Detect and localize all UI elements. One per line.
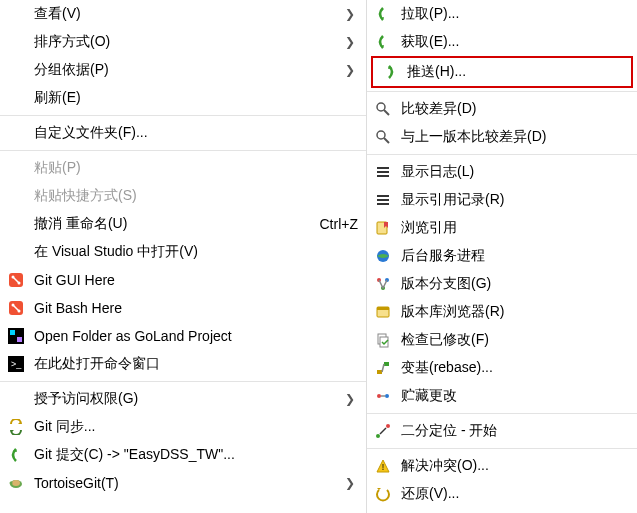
svg-rect-31 bbox=[377, 370, 382, 374]
blank-icon bbox=[6, 60, 26, 80]
menu-revert[interactable]: 还原(V)... bbox=[367, 480, 637, 508]
menu-label: 版本库浏览器(R) bbox=[401, 303, 629, 321]
menu-paste-shortcut: 粘贴快捷方式(S) bbox=[0, 182, 366, 210]
push-icon bbox=[379, 62, 399, 82]
menu-label: 显示引用记录(R) bbox=[401, 191, 629, 209]
shortcut-label: Ctrl+Z bbox=[320, 216, 359, 232]
repo-browser-icon bbox=[373, 302, 393, 322]
git-gui-icon bbox=[6, 270, 26, 290]
refs-icon bbox=[373, 218, 393, 238]
menu-label: 还原(V)... bbox=[401, 485, 629, 503]
menu-refresh[interactable]: 刷新(E) bbox=[0, 84, 366, 112]
separator bbox=[367, 154, 637, 155]
check-modifications-icon bbox=[373, 330, 393, 350]
menu-label: Git 同步... bbox=[34, 418, 358, 436]
menu-resolve[interactable]: ! 解决冲突(O)... bbox=[367, 452, 637, 480]
menu-open-goland[interactable]: Open Folder as GoLand Project bbox=[0, 322, 366, 350]
menu-label: 贮藏更改 bbox=[401, 387, 629, 405]
menu-label: Open Folder as GoLand Project bbox=[34, 328, 358, 344]
menu-label: Git GUI Here bbox=[34, 272, 358, 288]
menu-show-reflog[interactable]: 显示引用记录(R) bbox=[367, 186, 637, 214]
menu-view[interactable]: 查看(V) ❯ bbox=[0, 0, 366, 28]
chevron-right-icon: ❯ bbox=[342, 476, 358, 490]
pull-icon bbox=[373, 4, 393, 24]
menu-check-modifications[interactable]: 检查已修改(F) bbox=[367, 326, 637, 354]
blank-icon bbox=[6, 32, 26, 52]
menu-git-commit[interactable]: Git 提交(C) -> "EasyDSS_TW"... bbox=[0, 441, 366, 469]
svg-rect-7 bbox=[10, 330, 15, 335]
tortoisegit-submenu: 拉取(P)... 获取(E)... 推送(H)... 比较差异(D) 与上一版本… bbox=[367, 0, 637, 513]
menu-label: 变基(rebase)... bbox=[401, 359, 629, 377]
menu-tortoisegit[interactable]: TortoiseGit(T) ❯ bbox=[0, 469, 366, 497]
svg-rect-16 bbox=[377, 167, 389, 169]
menu-branch-graph[interactable]: 版本分支图(G) bbox=[367, 270, 637, 298]
fetch-icon bbox=[373, 32, 393, 52]
menu-pull[interactable]: 拉取(P)... bbox=[367, 0, 637, 28]
menu-label: 检查已修改(F) bbox=[401, 331, 629, 349]
menu-diff[interactable]: 比较差异(D) bbox=[367, 95, 637, 123]
svg-point-14 bbox=[377, 103, 385, 111]
menu-label: 排序方式(O) bbox=[34, 33, 342, 51]
rebase-icon bbox=[373, 358, 393, 378]
separator bbox=[367, 448, 637, 449]
bisect-icon bbox=[373, 421, 393, 441]
menu-open-cmd[interactable]: >_ 在此处打开命令窗口 bbox=[0, 350, 366, 378]
menu-show-log[interactable]: 显示日志(L) bbox=[367, 158, 637, 186]
git-sync-icon bbox=[6, 417, 26, 437]
menu-repo-browser[interactable]: 版本库浏览器(R) bbox=[367, 298, 637, 326]
menu-label: 比较差异(D) bbox=[401, 100, 629, 118]
menu-push[interactable]: 推送(H)... bbox=[373, 58, 631, 86]
svg-point-12 bbox=[12, 480, 20, 486]
menu-sort[interactable]: 排序方式(O) ❯ bbox=[0, 28, 366, 56]
menu-label: 二分定位 - 开始 bbox=[401, 422, 629, 440]
blank-icon bbox=[6, 186, 26, 206]
svg-rect-18 bbox=[377, 175, 389, 177]
blank-icon bbox=[6, 242, 26, 262]
svg-point-36 bbox=[386, 424, 390, 428]
menu-browse-refs[interactable]: 浏览引用 bbox=[367, 214, 637, 242]
menu-git-sync[interactable]: Git 同步... bbox=[0, 413, 366, 441]
separator bbox=[0, 150, 366, 151]
menu-rebase[interactable]: 变基(rebase)... bbox=[367, 354, 637, 382]
chevron-right-icon: ❯ bbox=[342, 63, 358, 77]
menu-git-bash[interactable]: Git Bash Here bbox=[0, 294, 366, 322]
menu-undo-rename[interactable]: 撤消 重命名(U) Ctrl+Z bbox=[0, 210, 366, 238]
context-menu-left: 查看(V) ❯ 排序方式(O) ❯ 分组依据(P) ❯ 刷新(E) 自定义文件夹… bbox=[0, 0, 367, 513]
svg-rect-20 bbox=[377, 199, 389, 201]
menu-fetch[interactable]: 获取(E)... bbox=[367, 28, 637, 56]
menu-grant-access[interactable]: 授予访问权限(G) ❯ bbox=[0, 385, 366, 413]
menu-open-in-vs[interactable]: 在 Visual Studio 中打开(V) bbox=[0, 238, 366, 266]
menu-label: 在 Visual Studio 中打开(V) bbox=[34, 243, 358, 261]
menu-paste: 粘贴(P) bbox=[0, 154, 366, 182]
menu-label: TortoiseGit(T) bbox=[34, 475, 342, 491]
menu-git-gui[interactable]: Git GUI Here bbox=[0, 266, 366, 294]
blank-icon bbox=[6, 389, 26, 409]
svg-point-15 bbox=[377, 131, 385, 139]
menu-label: Git 提交(C) -> "EasyDSS_TW"... bbox=[34, 446, 358, 464]
menu-group[interactable]: 分组依据(P) ❯ bbox=[0, 56, 366, 84]
separator bbox=[367, 413, 637, 414]
blank-icon bbox=[6, 4, 26, 24]
git-commit-icon bbox=[6, 445, 26, 465]
highlight-box: 推送(H)... bbox=[371, 56, 633, 88]
menu-label: Git Bash Here bbox=[34, 300, 358, 316]
blank-icon bbox=[6, 214, 26, 234]
svg-point-34 bbox=[385, 394, 389, 398]
tortoise-icon bbox=[6, 473, 26, 493]
menu-customize-folder[interactable]: 自定义文件夹(F)... bbox=[0, 119, 366, 147]
menu-label: 解决冲突(O)... bbox=[401, 457, 629, 475]
svg-point-13 bbox=[10, 482, 13, 485]
menu-label: 分组依据(P) bbox=[34, 61, 342, 79]
menu-daemon[interactable]: 后台服务进程 bbox=[367, 242, 637, 270]
globe-icon bbox=[373, 246, 393, 266]
menu-bisect[interactable]: 二分定位 - 开始 bbox=[367, 417, 637, 445]
log-icon bbox=[373, 162, 393, 182]
menu-stash[interactable]: 贮藏更改 bbox=[367, 382, 637, 410]
git-bash-icon bbox=[6, 298, 26, 318]
blank-icon bbox=[6, 123, 26, 143]
resolve-icon: ! bbox=[373, 456, 393, 476]
svg-point-33 bbox=[377, 394, 381, 398]
diff-icon bbox=[373, 99, 393, 119]
menu-diff-prev[interactable]: 与上一版本比较差异(D) bbox=[367, 123, 637, 151]
chevron-right-icon: ❯ bbox=[342, 7, 358, 21]
